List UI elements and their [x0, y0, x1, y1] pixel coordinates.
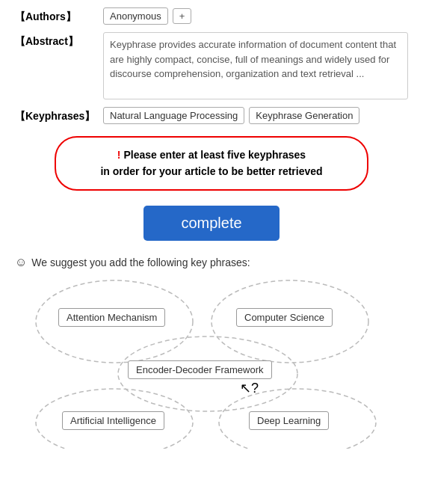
- keyphrases-row: 【Keyphrases】 Natural Language Processing…: [15, 107, 408, 124]
- keyphrases-label: 【Keyphrases】: [15, 107, 97, 123]
- suggestion-label: We suggest you add the following key phr…: [31, 256, 250, 268]
- suggestion-encoder[interactable]: Encoder-Decoder Framework: [128, 360, 272, 379]
- suggestion-ai[interactable]: Artificial Intelligence: [62, 411, 164, 430]
- abstract-text: Keyphrase provides accurate information …: [103, 32, 408, 99]
- warning-line2: in order for your article to be better r…: [100, 165, 322, 177]
- complete-button[interactable]: complete: [143, 206, 279, 241]
- authors-content: Anonymous +: [103, 7, 408, 25]
- abstract-row: 【Abstract】 Keyphrase provides accurate i…: [15, 32, 408, 99]
- add-author-button[interactable]: +: [173, 8, 192, 24]
- suggestion-attention[interactable]: Attention Mechanism: [58, 308, 165, 327]
- abstract-content: Keyphrase provides accurate information …: [103, 32, 408, 99]
- keyphrase-tag-kg[interactable]: Keyphrase Generation: [249, 107, 359, 124]
- suggestion-header: ☺ We suggest you add the following key p…: [15, 256, 408, 269]
- keyphrase-tag-nlp[interactable]: Natural Language Processing: [103, 107, 244, 124]
- keyphrases-content: Natural Language Processing Keyphrase Ge…: [103, 107, 408, 124]
- authors-label: 【Authors】: [15, 7, 97, 24]
- suggestion-dl[interactable]: Deep Learning: [249, 411, 329, 430]
- warning-box: !Please enter at least five keyphrases i…: [55, 136, 368, 191]
- author-tag: Anonymous: [103, 7, 168, 25]
- abstract-label: 【Abstract】: [15, 32, 97, 49]
- warning-icon: !: [117, 149, 121, 161]
- suggestion-cloud: Attention Mechanism Computer Science Enc…: [17, 277, 406, 449]
- authors-row: 【Authors】 Anonymous +: [15, 7, 408, 25]
- smiley-icon: ☺: [15, 256, 27, 269]
- suggestion-cs[interactable]: Computer Science: [236, 308, 333, 327]
- warning-line1: Please enter at least five keyphrases: [124, 149, 306, 161]
